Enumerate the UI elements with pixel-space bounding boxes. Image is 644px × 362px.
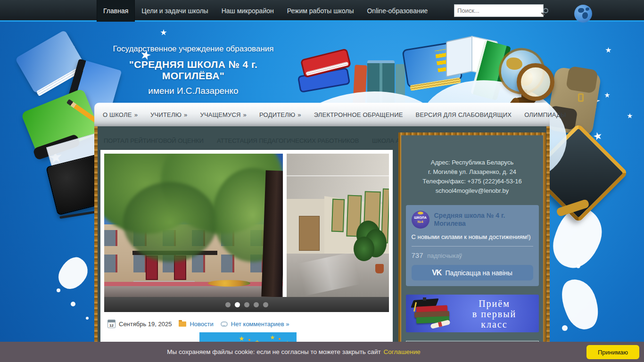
star-decoration	[604, 92, 610, 98]
calendar-icon: 12	[107, 320, 116, 328]
slider-dot-1[interactable]	[225, 302, 231, 307]
sidebar-inner: Адрес: Республика Беларусь г. Могилёв ул…	[401, 135, 543, 359]
star-decoration	[627, 113, 633, 119]
globe-icon[interactable]	[574, 5, 592, 23]
cookie-agreement-link[interactable]: Соглашение	[384, 348, 421, 355]
wooden-frame-right	[546, 126, 550, 362]
slide-photo-school-hallway[interactable]	[287, 154, 389, 297]
nav-item-online-education[interactable]: Online-образование	[360, 0, 434, 22]
paint-dot	[57, 288, 60, 292]
vk-divider	[412, 246, 533, 247]
paint-dot	[576, 264, 580, 268]
post-comments-link[interactable]: Нет комментариев »	[231, 321, 289, 328]
paint-splatter	[555, 274, 605, 334]
post-date: Сентябрь 19, 2025	[119, 321, 172, 328]
address-email: school4mogilev@lenobr.by	[401, 186, 543, 196]
submenu-arrow: »	[243, 111, 247, 118]
folder-icon	[179, 321, 186, 327]
menu-item-electronic-appeal[interactable]: ЭЛЕКТРОННОЕ ОБРАЩЕНИЕ	[314, 111, 403, 118]
vk-community-widget: ШКОЛА №4 Средняя школа № 4 г. Могилева С…	[406, 205, 539, 286]
comment-icon	[221, 321, 228, 327]
nav-item-goals[interactable]: Цели и задачи школы	[135, 0, 215, 22]
search-box	[454, 4, 544, 17]
cookie-accept-button[interactable]: Принимаю	[586, 345, 639, 359]
first-grade-admission-banner[interactable]: Приём в первый класс	[406, 295, 539, 332]
slider-dot-2-active[interactable]	[235, 302, 240, 307]
slide-photo-school-yard[interactable]	[104, 154, 283, 297]
link-teacher-attestation[interactable]: АТТЕСТАЦИЯ ПЕДАГОГИЧЕСКИХ РАБОТНИКОВ	[217, 137, 359, 144]
menu-item-for-student[interactable]: УЧАЩЕМУСЯ»	[200, 111, 247, 118]
contact-address-block: Адрес: Республика Беларусь г. Могилёв ул…	[401, 158, 543, 196]
link-rating-portal[interactable]: ПОРТАЛ РЕЙТИНГОВОЙ ОЦЕНКИ	[104, 137, 204, 144]
nav-item-schedule[interactable]: Режим работы школы	[281, 0, 361, 22]
vk-followers-label: падпісчыкаў	[427, 252, 462, 259]
post-category-link[interactable]: Новости	[190, 321, 213, 328]
address-street: г. Могилёв ул. Лазаренко, д. 24	[401, 167, 543, 177]
nav-item-district[interactable]: Наш микрорайон	[215, 0, 281, 22]
vk-community-name-link[interactable]: Средняя школа № 4 г. Могилева	[434, 212, 533, 228]
backpack-buckle-decoration	[578, 93, 584, 102]
search-icon[interactable]	[543, 8, 548, 13]
magnifier-decoration	[517, 63, 554, 101]
menu-item-about-school[interactable]: О ШКОЛЕ»	[103, 111, 138, 118]
menu-item-for-parent[interactable]: РОДИТЕЛЮ»	[259, 111, 301, 118]
wooden-frame-left	[94, 126, 98, 362]
post-meta-row: 12 Сентябрь 19, 2025 Новости Нет коммент…	[107, 320, 289, 328]
vk-followers: 737 падпісчыкаў	[412, 251, 533, 259]
paint-splatter	[54, 253, 93, 294]
site-header: Государственное учреждение образования "…	[97, 44, 290, 96]
paint-dot	[71, 302, 75, 306]
page: Главная Цели и задачи школы Наш микрорай…	[0, 0, 644, 362]
cookie-message: Мы сохраняем файлы cookie: если не согла…	[0, 348, 644, 355]
banner-text: Приём в первый класс	[455, 298, 534, 329]
star-decoration	[605, 47, 611, 53]
paint-dot	[86, 317, 89, 320]
organization-type: Государственное учреждение образования	[97, 44, 290, 54]
slider-dot-4[interactable]	[254, 302, 259, 307]
vk-logo-icon: VK	[432, 269, 441, 277]
nav-item-home[interactable]: Главная	[97, 0, 135, 22]
address-country: Адрес: Республика Беларусь	[401, 158, 543, 167]
school-name: "СРЕДНЯЯ ШКОЛА № 4 г. МОГИЛЁВА"	[97, 59, 290, 82]
vk-subscribe-button[interactable]: VK Падпісацца на навіны	[412, 265, 533, 280]
cookie-consent-bar: Мы сохраняем файлы cookie: если не согла…	[0, 342, 644, 362]
open-book-decoration	[446, 36, 472, 77]
star-decoration	[160, 29, 167, 36]
main-menu-bar: О ШКОЛЕ» УЧИТЕЛЮ» УЧАЩЕМУСЯ» РОДИТЕЛЮ» Э…	[94, 103, 550, 126]
submenu-arrow: »	[134, 111, 138, 118]
menu-item-visually-impaired-version[interactable]: ВЕРСИЯ ДЛЯ СЛАБОВИДЯЩИХ	[416, 111, 512, 118]
main-content-card: 12 Сентябрь 19, 2025 Новости Нет коммент…	[100, 150, 393, 362]
vk-followers-count: 737	[412, 251, 423, 259]
school-named-after: имени И.С.Лазаренко	[97, 86, 290, 96]
sidebar: Адрес: Республика Беларусь г. Могилёв ул…	[398, 132, 546, 362]
menu-item-for-teacher[interactable]: УЧИТЕЛЮ»	[150, 111, 187, 118]
slider-dot-3[interactable]	[244, 302, 249, 307]
address-phone: Телефон/факс: +375 (222)64-53-16	[401, 177, 543, 186]
top-navigation-bar: Главная Цели и задачи школы Наш микрорай…	[0, 0, 644, 22]
slider-dot-5[interactable]	[263, 302, 268, 307]
menu-item-olympiads[interactable]: ОЛИМПИАДЫ	[524, 111, 566, 118]
slider-dots-bar	[104, 297, 389, 312]
paint-dot	[562, 325, 568, 331]
vk-community-avatar[interactable]: ШКОЛА №4	[412, 211, 429, 229]
photo-slider	[104, 154, 389, 312]
vk-community-status: С новыми силами к новым достижениям!)	[412, 233, 533, 240]
submenu-arrow: »	[184, 111, 187, 118]
search-input[interactable]	[454, 7, 543, 14]
slider-photos	[104, 154, 389, 297]
top-nav: Главная Цели и задачи школы Наш микрорай…	[97, 0, 434, 22]
graduation-cap-knob	[423, 297, 426, 301]
submenu-arrow: »	[297, 111, 301, 118]
